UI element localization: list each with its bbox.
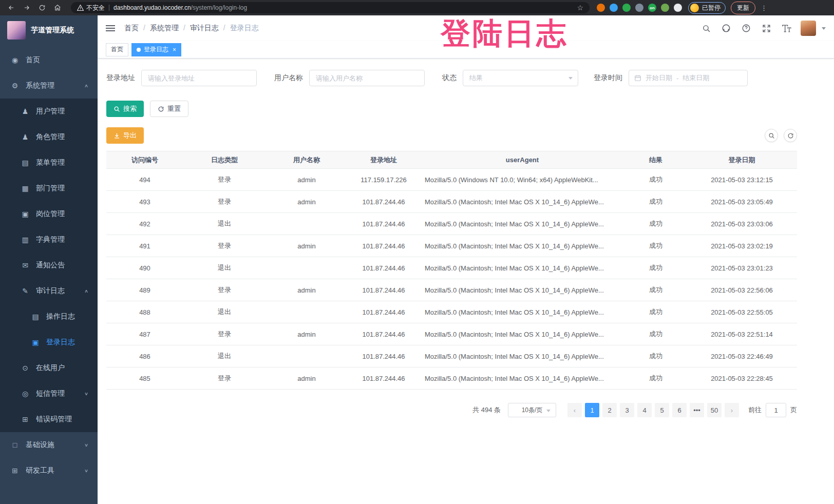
menu-item-icon: ⚙ bbox=[10, 82, 20, 90]
page-number-button[interactable]: ••• bbox=[690, 403, 704, 417]
page-number-button[interactable]: 4 bbox=[637, 403, 652, 417]
start-date-placeholder: 开始日期 bbox=[646, 73, 672, 83]
table-cell: Mozilla/5.0 (Macintosh; Intel Mac OS X 1… bbox=[420, 323, 625, 345]
page-number-button[interactable]: 1 bbox=[585, 403, 599, 417]
sidebar-item[interactable]: ⚙ 系统管理 ∧ bbox=[0, 73, 98, 99]
sidebar-item[interactable]: ▤ 操作日志 bbox=[0, 304, 98, 329]
table-cell: 493 bbox=[106, 191, 183, 213]
pagination: 共 494 条 10条/页 ‹ 1 2 3 4 bbox=[106, 403, 797, 417]
menu-item-icon: ⊞ bbox=[21, 415, 30, 423]
browser-toolbar: 不安全 dashboard.yudao.iocoder.cn/system/lo… bbox=[0, 0, 834, 15]
app-logo-row[interactable]: 芋道管理系统 bbox=[0, 15, 98, 45]
table-cell: 2021-05-03 23:03:06 bbox=[687, 213, 797, 235]
sidebar-item[interactable]: ▤ 菜单管理 bbox=[0, 150, 98, 176]
extension-icon[interactable] bbox=[610, 4, 618, 12]
browser-menu-dots-icon[interactable]: ⋮ bbox=[761, 4, 767, 12]
search-toggle-button[interactable] bbox=[765, 129, 778, 142]
avatar-caret-icon[interactable] bbox=[822, 27, 826, 30]
menu-item-icon: ▤ bbox=[21, 159, 30, 167]
fullscreen-icon[interactable] bbox=[761, 23, 772, 34]
table-cell: admin bbox=[266, 191, 348, 213]
reset-button[interactable]: 重置 bbox=[150, 101, 188, 117]
next-page-button[interactable]: › bbox=[725, 403, 739, 417]
help-icon[interactable] bbox=[741, 23, 752, 34]
github-icon[interactable] bbox=[721, 23, 732, 34]
table-cell: 491 bbox=[106, 235, 183, 257]
header: 首页 系统管理 审计日志 登录日志 bbox=[98, 15, 834, 41]
menu-item-icon: □ bbox=[10, 441, 20, 449]
sidebar-item[interactable]: ▥ 字典管理 bbox=[0, 227, 98, 253]
forward-icon[interactable] bbox=[21, 2, 33, 14]
home-icon[interactable] bbox=[51, 2, 64, 14]
sidebar-item[interactable]: ♟ 用户管理 bbox=[0, 99, 98, 124]
table-cell: 101.87.244.46 bbox=[348, 367, 420, 390]
page-size-select[interactable]: 10条/页 bbox=[508, 403, 556, 417]
sidebar-item[interactable]: ▣ 岗位管理 bbox=[0, 201, 98, 227]
breadcrumb-item[interactable]: 审计日志 bbox=[179, 24, 219, 33]
select-caret-icon bbox=[546, 410, 551, 412]
sidebar-item[interactable]: ⊞ 研发工具 ∨ bbox=[0, 458, 98, 483]
page-number-button[interactable]: 6 bbox=[672, 403, 687, 417]
prev-page-button[interactable]: ‹ bbox=[567, 403, 582, 417]
sidebar: 芋道管理系统 ◉ 首页 ⚙ 系统管理 ∧ ♟ 用户管理 bbox=[0, 15, 98, 504]
extension-icon[interactable] bbox=[661, 4, 669, 12]
table-cell: 490 bbox=[106, 257, 183, 279]
login-address-input[interactable] bbox=[141, 70, 257, 86]
tab[interactable]: 登录日志 × bbox=[131, 43, 181, 56]
sidebar-item[interactable]: ◉ 首页 bbox=[0, 47, 98, 73]
extension-icon[interactable] bbox=[635, 4, 643, 12]
table-cell: 登录 bbox=[183, 279, 266, 301]
breadcrumb: 首页 系统管理 审计日志 登录日志 bbox=[124, 24, 259, 33]
font-size-icon[interactable] bbox=[781, 23, 792, 34]
table-header-row: 访问编号日志类型用户名称登录地址userAgent结果登录日期 bbox=[106, 151, 797, 169]
tab[interactable]: 首页 bbox=[106, 43, 128, 56]
reload-icon[interactable] bbox=[36, 2, 48, 14]
page-number-button[interactable]: 50 bbox=[707, 403, 722, 417]
goto-page-input[interactable] bbox=[766, 403, 786, 417]
table-cell: 2021-05-03 23:05:49 bbox=[687, 191, 797, 213]
select-caret-icon bbox=[568, 77, 573, 80]
page-number-button[interactable]: 2 bbox=[602, 403, 617, 417]
table-cell bbox=[266, 301, 348, 323]
username-label: 用户名称 bbox=[274, 73, 303, 83]
refresh-button[interactable] bbox=[784, 129, 797, 142]
sidebar-item[interactable]: ▦ 部门管理 bbox=[0, 176, 98, 201]
address-bar[interactable]: 不安全 dashboard.yudao.iocoder.cn/system/lo… bbox=[71, 2, 590, 13]
page-number-button[interactable]: 3 bbox=[620, 403, 634, 417]
security-warning[interactable]: 不安全 bbox=[77, 4, 105, 12]
browser-profile-badge[interactable]: 已暂停 bbox=[688, 2, 726, 14]
extension-icon[interactable] bbox=[597, 4, 605, 12]
sidebar-item[interactable]: ◎ 短信管理 ∨ bbox=[0, 381, 98, 406]
sidebar-item[interactable]: ⊙ 在线用户 bbox=[0, 355, 98, 381]
sidebar-item[interactable]: ▣ 登录日志 bbox=[0, 329, 98, 355]
page-number-button[interactable]: 5 bbox=[655, 403, 669, 417]
username-input[interactable] bbox=[309, 70, 425, 86]
breadcrumb-item[interactable]: 首页 bbox=[124, 24, 139, 33]
search-button[interactable]: 搜索 bbox=[106, 101, 144, 117]
search-icon[interactable] bbox=[700, 23, 712, 34]
hamburger-icon[interactable] bbox=[106, 25, 115, 31]
breadcrumb-item[interactable]: 登录日志 bbox=[219, 24, 259, 33]
status-select[interactable]: 结果 bbox=[463, 70, 578, 86]
back-icon[interactable] bbox=[5, 2, 17, 14]
sidebar-item[interactable]: ⊞ 错误码管理 bbox=[0, 406, 98, 432]
sidebar-item[interactable]: ✉ 通知公告 bbox=[0, 253, 98, 278]
menu-item-label: 系统管理 bbox=[26, 81, 54, 90]
tab-close-icon[interactable]: × bbox=[173, 46, 176, 53]
sidebar-item[interactable]: ✎ 审计日志 ∧ bbox=[0, 278, 98, 304]
extension-icon[interactable] bbox=[622, 4, 631, 12]
sidebar-item[interactable]: ♟ 角色管理 bbox=[0, 124, 98, 150]
user-avatar[interactable] bbox=[801, 21, 816, 36]
breadcrumb-item[interactable]: 系统管理 bbox=[139, 24, 179, 33]
export-button[interactable]: 导出 bbox=[106, 127, 144, 144]
bookmark-star-icon[interactable]: ☆ bbox=[577, 4, 583, 12]
menu-item-icon: ♟ bbox=[21, 133, 30, 141]
sidebar-item[interactable]: □ 基础设施 ∨ bbox=[0, 432, 98, 458]
extension-icon[interactable]: on bbox=[648, 4, 656, 12]
extensions-row: on bbox=[597, 4, 682, 12]
browser-update-button[interactable]: 更新 bbox=[731, 2, 755, 14]
calendar-icon bbox=[634, 74, 641, 82]
menu-item-label: 通知公告 bbox=[36, 261, 65, 270]
extension-icon[interactable] bbox=[674, 4, 682, 12]
date-range-picker[interactable]: 开始日期 - 结束日期 bbox=[629, 70, 748, 86]
